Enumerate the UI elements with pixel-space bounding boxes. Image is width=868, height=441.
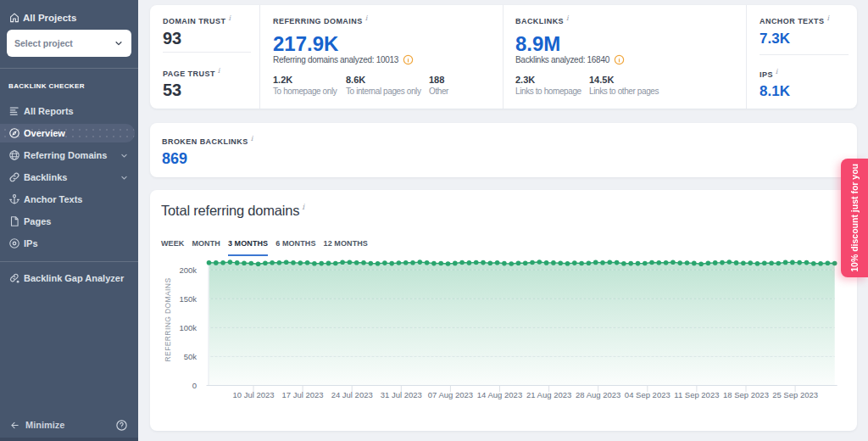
help-icon[interactable] [115,419,128,432]
svg-text:17 Jul 2023: 17 Jul 2023 [282,390,324,399]
anchor-texts-label: ANCHOR TEXTSi [760,14,849,25]
sidebar-item-pages[interactable]: Pages [0,210,138,232]
svg-text:18 Sep 2023: 18 Sep 2023 [723,390,769,399]
home-icon [8,12,20,24]
sidebar-item-label: Backlink Gap Analyzer [24,273,124,283]
info-superscript-icon[interactable]: i [251,135,253,142]
breakdown-item: 8.6K To internal pages only [346,75,429,96]
info-superscript-icon[interactable]: i [566,14,569,22]
referring-domains-chart: 050k100k150k200k10 Jul 202317 Jul 202324… [150,256,857,431]
tab-12-months[interactable]: 12 MONTHS [324,239,368,256]
svg-text:28 Aug 2023: 28 Aug 2023 [576,390,620,399]
broken-backlinks-label: BROKEN BACKLINKSi [162,135,845,146]
sidebar-bottom-strip [0,438,138,441]
divider [163,52,251,53]
total-referring-domains-card: Total referring domainsi WEEK MONTH 3 MO… [150,190,857,431]
info-superscript-icon[interactable]: i [228,14,231,22]
arrow-left-icon[interactable] [10,421,19,430]
info-superscript-icon[interactable]: i [826,14,829,22]
sidebar-item-label: Pages [24,216,51,226]
sidebar-item-label: All Reports [24,106,74,116]
svg-text:150k: 150k [179,294,197,304]
svg-text:31 Jul 2023: 31 Jul 2023 [381,390,422,399]
discount-promo-text: 10% discount just for you [849,164,860,272]
divider [760,54,849,55]
globe-icon [8,149,20,161]
svg-text:14 Aug 2023: 14 Aug 2023 [477,390,522,399]
info-superscript-icon[interactable]: i [302,203,304,211]
project-select[interactable]: Select project [7,30,131,57]
all-projects-label: All Projects [23,13,76,23]
page-trust-value: 53 [163,81,251,98]
sidebar-item-overview[interactable]: Overview [0,124,135,142]
main-content: DOMAIN TRUSTi 93 PAGE TRUSTi 53 REFERRIN… [138,0,868,441]
sidebar-item-referring-domains[interactable]: Referring Domains [0,144,138,166]
breakdown-item: 1.2K To homepage only [273,75,346,96]
anchor-ips-column: ANCHOR TEXTSi 7.3K IPSi 8.1K [746,5,857,109]
sidebar-item-backlinks[interactable]: Backlinks [0,166,138,188]
sidebar-item-backlink-gap-analyzer[interactable]: Backlink Gap Analyzer [0,267,138,289]
tab-month[interactable]: MONTH [192,239,220,256]
report-lines-icon [8,105,20,117]
info-superscript-icon[interactable]: i [365,14,368,22]
page-icon [8,215,20,227]
broken-backlinks-value: 869 [162,151,845,166]
backlinks-label: BACKLINKSi [515,14,737,25]
sidebar-item-label: Backlinks [24,172,67,182]
tab-week[interactable]: WEEK [161,239,184,256]
svg-text:200k: 200k [179,265,197,275]
referring-domains-column: REFERRING DOMAINSi 217.9K Referring doma… [259,5,503,109]
sidebar: All Projects Select project BACKLINK CHE… [0,0,138,441]
backlinks-value: 8.9M [515,34,737,54]
svg-text:24 Jul 2023: 24 Jul 2023 [331,390,373,399]
sidebar-item-anchor-texts[interactable]: Anchor Texts [0,188,138,210]
ips-label: IPSi [760,68,849,79]
backlinks-analyzed: Backlinks analyzed: 16840 [515,54,737,65]
info-superscript-icon[interactable]: i [776,68,778,75]
chevron-down-icon [114,39,123,47]
discount-promo-ribbon[interactable]: 10% discount just for you [841,159,868,277]
trust-column: DOMAIN TRUSTi 93 PAGE TRUSTi 53 [150,5,259,109]
sidebar-item-label: Referring Domains [24,150,107,160]
sidebar-divider [0,261,138,262]
sidebar-item-label: IPs [24,238,38,248]
breakdown-item: 188 Other [429,75,448,96]
anchor-texts-value: 7.3K [760,31,849,46]
svg-text:04 Sep 2023: 04 Sep 2023 [625,390,670,399]
sidebar-section-label: BACKLINK CHECKER [0,69,138,100]
domain-trust-value: 93 [163,30,251,47]
breakdown-item: 14.5K Links to other pages [589,75,659,96]
link-gap-icon [8,272,20,284]
backlinks-breakdown: 2.3K Links to homepage 14.5K Links to ot… [515,75,737,96]
tab-6-months[interactable]: 6 MONTHS [275,239,315,256]
svg-text:25 Sep 2023: 25 Sep 2023 [772,390,818,399]
warning-info-icon[interactable] [403,54,414,65]
svg-text:21 Aug 2023: 21 Aug 2023 [526,390,571,399]
target-icon [8,237,20,249]
y-axis-title: REFERRING DOMAINS [164,278,172,362]
svg-text:11 Sep 2023: 11 Sep 2023 [674,390,719,399]
referring-domains-value: 217.9K [273,34,494,54]
chart-title: Total referring domainsi [161,200,845,218]
sidebar-item-label: Overview [24,128,65,138]
svg-text:10 Jul 2023: 10 Jul 2023 [232,390,274,399]
warning-info-icon[interactable] [614,54,625,65]
info-superscript-icon[interactable]: i [218,67,220,75]
compass-icon [8,127,20,139]
metrics-summary-card: DOMAIN TRUSTi 93 PAGE TRUSTi 53 REFERRIN… [150,5,857,109]
page-trust-label: PAGE TRUSTi [163,67,251,78]
sidebar-item-label: Anchor Texts [24,194,82,204]
chain-link-icon [8,171,20,183]
chevron-down-icon [120,152,128,159]
sidebar-item-all-reports[interactable]: All Reports [0,100,138,122]
referring-domains-analyzed: Referring domains analyzed: 10013 [273,54,494,65]
sidebar-item-ips[interactable]: IPs [0,232,138,254]
all-projects-link[interactable]: All Projects [7,8,131,27]
chevron-down-icon [120,174,128,181]
tab-3-months[interactable]: 3 MONTHS [228,239,268,256]
minimize-button[interactable]: Minimize [25,420,64,430]
project-select-placeholder: Select project [14,38,73,48]
domain-trust-label: DOMAIN TRUSTi [163,14,251,25]
broken-backlinks-card: BROKEN BACKLINKSi 869 [150,123,857,177]
breakdown-item: 2.3K Links to homepage [515,75,589,96]
